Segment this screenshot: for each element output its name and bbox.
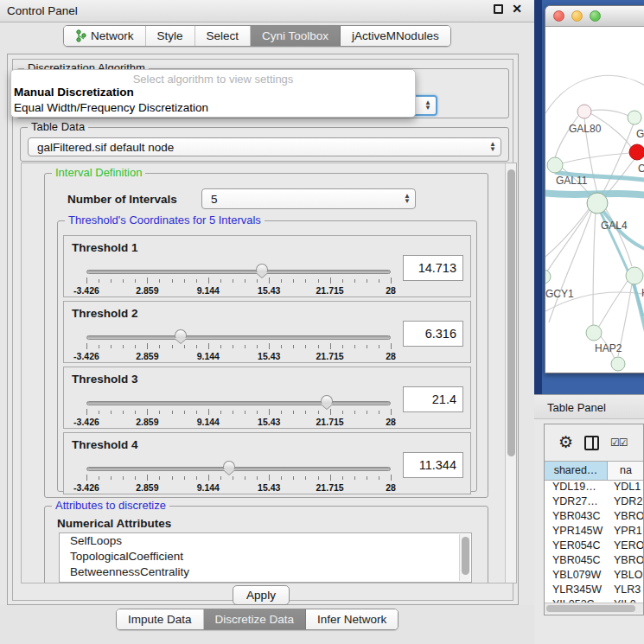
table-row[interactable]: YER054CYERO xyxy=(545,539,643,554)
slider-track[interactable] xyxy=(86,467,391,471)
table-row[interactable]: YBL079WYBLO xyxy=(545,569,643,583)
network-icon xyxy=(75,29,86,42)
threshold-3-value-field[interactable] xyxy=(403,386,463,412)
table-row[interactable]: YBR043CYBRO xyxy=(545,510,643,525)
node-gal4[interactable] xyxy=(587,193,608,214)
node-label: GAL4 xyxy=(601,220,628,232)
node-gal80[interactable] xyxy=(577,105,591,118)
table-row[interactable]: YLR345WYLR3 xyxy=(545,583,643,598)
number-of-intervals-combo[interactable]: 5 ▲▼ xyxy=(201,188,416,209)
gear-icon[interactable]: ⚙ xyxy=(558,435,573,450)
right-pane: GAL80 GA C GAL11 GAL4 GCY1 H HAP2 Table … xyxy=(534,0,644,644)
close-traffic-light-icon[interactable] xyxy=(553,10,564,22)
threshold-4-panel: Threshold 4 -3.4262.8599.14415.4321.7152… xyxy=(63,432,471,494)
node-highlighted-red[interactable] xyxy=(629,144,644,160)
node-bottom[interactable] xyxy=(611,357,625,371)
table-horizontal-scrollbar[interactable] xyxy=(545,603,643,613)
table-scrollbar-thumb[interactable] xyxy=(546,605,635,612)
slider-handle[interactable] xyxy=(256,264,268,272)
close-icon[interactable]: ✕ xyxy=(512,4,522,14)
threshold-1-slider[interactable]: -3.4262.8599.14415.4321.71528 xyxy=(86,265,391,295)
list-item[interactable]: SelfLoops xyxy=(60,533,471,549)
interval-definition-title: Interval Definition xyxy=(52,166,145,179)
thresholds-group: Threshold's Coordinates for 5 Intervals … xyxy=(57,220,477,492)
settings-scrollbar[interactable] xyxy=(505,163,516,583)
table-row[interactable]: YDR27…YDR2 xyxy=(545,495,643,510)
slider-track[interactable] xyxy=(86,270,391,274)
tab-infer-network[interactable]: Infer Network xyxy=(306,609,398,629)
threshold-1-panel: Threshold 1 -3.4262.8599.14415.4321.7152… xyxy=(63,235,471,297)
node-top-right[interactable] xyxy=(628,111,641,124)
node-label: GAL80 xyxy=(569,123,602,135)
slider-track[interactable] xyxy=(86,401,391,405)
table-data-combo[interactable]: galFiltered.sif default node ▲▼ xyxy=(28,137,501,156)
table-row[interactable]: YPR145WYPR1 xyxy=(545,525,643,539)
threshold-4-value-field[interactable] xyxy=(403,452,463,478)
network-window-titlebar xyxy=(545,6,644,27)
node-label: HAP2 xyxy=(595,342,622,354)
node-gal11[interactable] xyxy=(547,157,563,173)
list-item[interactable]: TopologicalCoefficient xyxy=(60,549,471,564)
slider-tick-marks xyxy=(86,343,391,350)
tab-discretize-data[interactable]: Discretize Data xyxy=(204,609,307,629)
dropdown-item-equal-width-frequency[interactable]: Equal Width/Frequency Discretization xyxy=(11,101,415,117)
table-data-group: Table Data galFiltered.sif default node … xyxy=(20,127,509,162)
combo-stepper-icon: ▲▼ xyxy=(420,100,436,111)
table-row[interactable]: YBR045CYBRO xyxy=(545,554,643,569)
tab-impute-data[interactable]: Impute Data xyxy=(117,609,204,629)
network-desktop: GAL80 GA C GAL11 GAL4 GCY1 H HAP2 xyxy=(534,0,644,394)
tab-network[interactable]: Network xyxy=(64,26,146,46)
column-header-name[interactable]: na xyxy=(608,462,643,480)
slider-handle[interactable] xyxy=(175,329,187,338)
threshold-1-label: Threshold 1 xyxy=(72,241,138,254)
slider-handle[interactable] xyxy=(321,395,333,404)
number-of-intervals-value: 5 xyxy=(202,193,399,206)
node-right-mid[interactable] xyxy=(626,267,643,284)
column-header-shared[interactable]: shared… xyxy=(545,462,608,480)
minimize-traffic-light-icon[interactable] xyxy=(571,10,583,22)
node-gcy1[interactable] xyxy=(545,270,551,284)
dropdown-item-manual-discretization[interactable]: Manual Discretization xyxy=(11,86,415,101)
node-label: GA xyxy=(636,128,644,140)
list-item[interactable]: BetweennessCentrality xyxy=(60,564,471,580)
float-panel-icon[interactable] xyxy=(494,4,503,14)
slider-tick-labels: -3.4262.8599.14415.4321.71528 xyxy=(86,351,391,361)
threshold-1-value-field[interactable] xyxy=(403,255,463,281)
threshold-3-slider[interactable]: -3.4262.8599.14415.4321.71528 xyxy=(86,397,391,426)
list-scrollbar[interactable] xyxy=(459,534,470,581)
bottom-tab-bar: Impute Data Discretize Data Infer Networ… xyxy=(116,609,399,630)
tab-cyni-toolbox[interactable]: Cyni Toolbox xyxy=(251,26,341,46)
table-panel-toolbar: ⚙ ☑☑ xyxy=(545,424,643,461)
threshold-2-panel: Threshold 2 -3.4262.8599.14415.4321.7152… xyxy=(63,301,471,363)
threshold-4-slider[interactable]: -3.4262.8599.14415.4321.71528 xyxy=(86,462,391,492)
slider-handle[interactable] xyxy=(223,461,235,469)
threshold-2-value-field[interactable] xyxy=(403,321,463,347)
combo-stepper-icon: ▲▼ xyxy=(399,194,415,204)
network-canvas[interactable]: GAL80 GA C GAL11 GAL4 GCY1 H HAP2 xyxy=(545,27,644,373)
settings-scroll-area: Interval Definition Number of Intervals … xyxy=(21,163,517,583)
settings-scrollbar-thumb[interactable] xyxy=(507,169,515,456)
list-scrollbar-thumb[interactable] xyxy=(462,537,469,575)
table-body: YDL19…YDL1 YDR27…YDR2 YBR043CYBRO YPR145… xyxy=(545,481,643,603)
checkbox-icons[interactable]: ☑☑ xyxy=(610,437,628,449)
slider-tick-labels: -3.4262.8599.14415.4321.71528 xyxy=(86,482,391,493)
zoom-traffic-light-icon[interactable] xyxy=(590,10,601,22)
tab-select[interactable]: Select xyxy=(195,26,252,46)
panel-divider[interactable] xyxy=(534,0,542,394)
slider-tick-marks xyxy=(86,475,391,481)
split-columns-icon[interactable] xyxy=(584,436,599,450)
tab-jactivemnodules[interactable]: jActiveMNodules xyxy=(341,26,450,46)
node-hap2[interactable] xyxy=(586,325,602,341)
number-of-intervals-label: Number of Intervals xyxy=(67,193,177,206)
threshold-2-slider[interactable]: -3.4262.8599.14415.4321.71528 xyxy=(86,331,391,360)
node-label: GAL11 xyxy=(556,175,588,187)
apply-button[interactable]: Apply xyxy=(233,585,290,605)
network-window[interactable]: GAL80 GA C GAL11 GAL4 GCY1 H HAP2 xyxy=(545,5,644,373)
table-row[interactable]: YDL19…YDL1 xyxy=(545,481,643,495)
cyni-toolbox-panel: Discretization Algorithm ▲▼ Table Data g… xyxy=(7,54,519,605)
app-root: Control Panel ✕ Network xyxy=(0,0,644,644)
table-panel-titlebar: Table Panel xyxy=(534,394,644,419)
slider-track[interactable] xyxy=(86,335,391,340)
discretize-settings-panel: Discretization Algorithm ▲▼ Table Data g… xyxy=(12,59,513,601)
tab-style[interactable]: Style xyxy=(146,26,195,46)
